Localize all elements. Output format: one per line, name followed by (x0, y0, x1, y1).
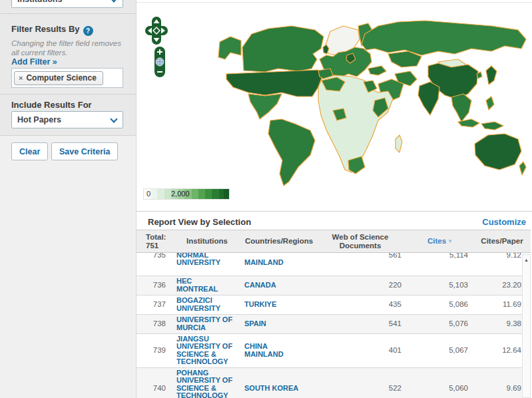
country-link[interactable]: SPAIN (243, 314, 314, 333)
filter-note: Changing the filter field removes all cu… (11, 39, 129, 57)
cites-cell: 5,103 (407, 276, 473, 295)
institution-link[interactable]: JIANGSU UNIVERSITY OF SCIENCE & TECHNOLO… (171, 333, 243, 367)
world-map-container (136, 3, 532, 190)
save-criteria-button[interactable]: Save Criteria (51, 142, 118, 160)
filter-chip-label: Computer Science (26, 73, 96, 83)
country-link[interactable]: CANADA (243, 276, 314, 295)
column-header-countries[interactable]: Countries/Regions (243, 230, 314, 253)
results-table-header: Total:751 Institutions Countries/Regions… (136, 230, 531, 253)
institution-link[interactable]: UNIVERSITY OF MURCIA (171, 314, 243, 333)
map-zoom-control[interactable] (154, 46, 166, 78)
results-table-viewport[interactable]: 735NORMAL UNIVERSITYMAINLAND5615,1149.12… (136, 253, 532, 398)
table-row: 736HEC MONTREALCANADA2205,10323.20 (136, 276, 531, 295)
report-view-title: Report View by Selection (148, 217, 251, 227)
sort-descending-icon: ▼ (447, 238, 453, 244)
include-results-value: Hot Papers (17, 115, 61, 124)
column-header-cites-sorted[interactable]: Cites▼ (407, 230, 473, 253)
table-row: 738UNIVERSITY OF MURCIASPAIN5415,0769.38 (136, 314, 531, 333)
results-list-value: Institutions (17, 0, 62, 4)
total-count: Total:751 (136, 230, 171, 253)
column-header-institutions[interactable]: Institutions (171, 230, 243, 253)
chevron-down-icon (110, 115, 117, 122)
include-results-for-label: Include Results For (11, 100, 92, 110)
table-row: 737BOGAZICI UNIVERSITYTURKIYE4355,08611.… (136, 295, 531, 314)
globe-icon (156, 58, 164, 66)
question-mark-icon[interactable]: ? (83, 26, 93, 36)
country-link[interactable]: MAINLAND (243, 253, 314, 276)
rank-cell: 739 (136, 333, 171, 367)
documents-cell: 561 (314, 253, 407, 276)
divider (0, 135, 136, 136)
results-tbody: 735NORMAL UNIVERSITYMAINLAND5615,1149.12… (136, 253, 531, 398)
table-scrollbar[interactable]: ▲ (522, 254, 531, 398)
documents-cell: 220 (314, 276, 407, 295)
rank-cell: 740 (136, 367, 171, 398)
divider (0, 94, 136, 95)
institution-link[interactable]: NORMAL UNIVERSITY (171, 253, 243, 276)
divider (0, 13, 136, 14)
filter-sidebar: Institutions Filter Results By? Changing… (0, 0, 136, 398)
documents-cell: 541 (314, 314, 407, 333)
institution-link[interactable]: POHANG UNIVERSITY OF SCIENCE & TECHNOLOG… (171, 367, 243, 398)
column-header-cites-per-paper[interactable]: Cites/Paper (473, 230, 531, 253)
country-link[interactable]: CHINA MAINLAND (243, 333, 314, 367)
country-link[interactable]: TURKIYE (243, 295, 314, 314)
rank-cell: 735 (136, 253, 171, 276)
report-view-bar: Report View by Selection Customize (136, 211, 532, 230)
column-header-documents[interactable]: Web of Science Documents (314, 230, 407, 253)
sidebar-lower-panel (0, 135, 136, 398)
cites-cell: 5,114 (407, 253, 473, 276)
active-filters-box: × Computer Science (11, 68, 123, 88)
results-list-select[interactable]: Institutions (11, 0, 123, 8)
legend-mid-label: 2,000 (171, 190, 190, 198)
documents-cell: 522 (314, 367, 407, 398)
results-table: 735NORMAL UNIVERSITYMAINLAND5615,1149.12… (136, 253, 531, 398)
institution-link[interactable]: HEC MONTREAL (171, 276, 243, 295)
remove-filter-icon[interactable]: × (19, 74, 23, 82)
cites-cell: 5,060 (407, 367, 473, 398)
table-row: 735NORMAL UNIVERSITYMAINLAND5615,1149.12 (136, 253, 531, 276)
table-row: 739JIANGSU UNIVERSITY OF SCIENCE & TECHN… (136, 333, 531, 367)
documents-cell: 401 (314, 333, 407, 367)
chevron-down-icon (110, 0, 117, 3)
table-row: 740POHANG UNIVERSITY OF SCIENCE & TECHNO… (136, 367, 531, 398)
rank-cell: 738 (136, 314, 171, 333)
rank-cell: 736 (136, 276, 171, 295)
clear-button[interactable]: Clear (11, 142, 48, 160)
add-filter-link[interactable]: Add Filter » (11, 57, 57, 67)
legend-min-label: 0 (146, 190, 150, 198)
documents-cell: 435 (314, 295, 407, 314)
map-pan-control[interactable] (144, 16, 168, 45)
divider (136, 2, 532, 3)
filter-chip[interactable]: × Computer Science (14, 71, 103, 85)
cites-cell: 5,086 (407, 295, 473, 314)
scroll-up-icon[interactable]: ▲ (523, 258, 530, 262)
filter-results-by-label: Filter Results By? (11, 24, 93, 36)
map-legend: 0 2,000 (143, 188, 230, 200)
country-link[interactable]: SOUTH KOREA (243, 367, 314, 398)
customize-link[interactable]: Customize (482, 217, 526, 227)
include-results-select[interactable]: Hot Papers (11, 111, 123, 128)
results-panel: 0 2,000 Report View by Selection Customi… (136, 0, 532, 398)
institution-link[interactable]: BOGAZICI UNIVERSITY (171, 295, 243, 314)
cites-cell: 5,067 (407, 333, 473, 367)
rank-cell: 737 (136, 295, 171, 314)
cites-cell: 5,076 (407, 314, 473, 333)
world-map[interactable] (158, 7, 531, 192)
